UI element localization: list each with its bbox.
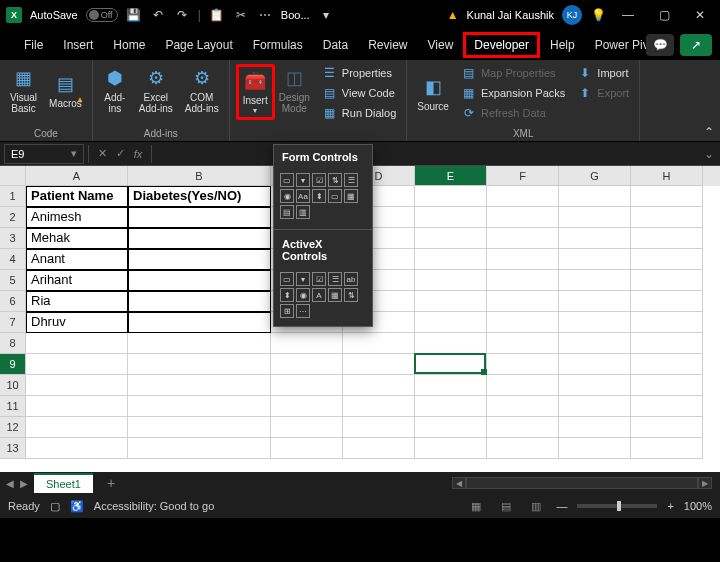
cell-H1[interactable] [631,186,703,207]
cell-G9[interactable] [559,354,631,375]
cell-G6[interactable] [559,291,631,312]
cell-A13[interactable] [26,438,128,459]
tab-formulas[interactable]: Formulas [243,32,313,58]
cell-F13[interactable] [487,438,559,459]
excel-addins-button[interactable]: ⚙ Excel Add-ins [135,64,177,116]
tab-file[interactable]: File [14,32,53,58]
row-header-2[interactable]: 2 [0,207,26,228]
cell-H3[interactable] [631,228,703,249]
row-header-12[interactable]: 12 [0,417,26,438]
cell-G8[interactable] [559,333,631,354]
page-break-view-button[interactable]: ▥ [526,498,546,514]
cell-B5[interactable] [128,270,271,291]
cell-F8[interactable] [487,333,559,354]
run-dialog-button[interactable]: ▦ Run Dialog [318,104,400,122]
activex-image-control[interactable]: ▦ [328,288,342,302]
close-button[interactable]: ✕ [686,5,714,25]
fx-button[interactable]: fx [129,145,147,163]
enter-formula-button[interactable]: ✓ [111,145,129,163]
select-all-corner[interactable] [0,166,26,186]
activex-spin-control[interactable]: ⇅ [344,288,358,302]
cell-H6[interactable] [631,291,703,312]
cell-H10[interactable] [631,375,703,396]
cell-F3[interactable] [487,228,559,249]
source-button[interactable]: ◧ Source [413,64,453,122]
cell-B10[interactable] [128,375,271,396]
row-header-10[interactable]: 10 [0,375,26,396]
row-header-13[interactable]: 13 [0,438,26,459]
cell-F4[interactable] [487,249,559,270]
cell-E11[interactable] [415,396,487,417]
activex-label-control[interactable]: A [312,288,326,302]
row-header-8[interactable]: 8 [0,333,26,354]
cell-B1[interactable]: Diabetes(Yes/NO) [128,186,271,207]
activex-combo-control[interactable]: ▾ [296,272,310,286]
collapse-ribbon-button[interactable]: ⌃ [704,125,714,139]
cell-C11[interactable] [271,396,343,417]
cell-A11[interactable] [26,396,128,417]
page-layout-view-button[interactable]: ▤ [496,498,516,514]
zoom-level[interactable]: 100% [684,500,712,512]
cell-A7[interactable]: Dhruv [26,312,128,333]
cell-A3[interactable]: Mehak [26,228,128,249]
cell-E5[interactable] [415,270,487,291]
tab-data[interactable]: Data [313,32,358,58]
activex-scrollbar-control[interactable]: ⬍ [280,288,294,302]
activex-toggle-control[interactable]: ⊞ [280,304,294,318]
accessibility-status[interactable]: Accessibility: Good to go [94,500,214,512]
sheet-tab-active[interactable]: Sheet1 [34,473,93,493]
cell-E1[interactable] [415,186,487,207]
zoom-in-button[interactable]: + [667,500,673,512]
cell-B9[interactable] [128,354,271,375]
cell-F7[interactable] [487,312,559,333]
export-button[interactable]: ⬆ Export [573,84,633,102]
cell-B3[interactable] [128,228,271,249]
cell-C9[interactable] [271,354,343,375]
zoom-out-button[interactable]: — [556,500,567,512]
name-box-dropdown-icon[interactable]: ▾ [71,147,77,160]
activex-more-control[interactable]: ⋯ [296,304,310,318]
cell-B2[interactable] [128,207,271,228]
properties-button[interactable]: ☰ Properties [318,64,400,82]
cell-H9[interactable] [631,354,703,375]
cell-A6[interactable]: Ria [26,291,128,312]
row-header-7[interactable]: 7 [0,312,26,333]
cell-H5[interactable] [631,270,703,291]
map-properties-button[interactable]: ▤ Map Properties [457,64,569,82]
cell-G10[interactable] [559,375,631,396]
cell-H13[interactable] [631,438,703,459]
cell-A8[interactable] [26,333,128,354]
expansion-packs-button[interactable]: ▦ Expansion Packs [457,84,569,102]
tab-developer[interactable]: Developer [463,32,540,58]
cell-G3[interactable] [559,228,631,249]
cell-E3[interactable] [415,228,487,249]
sheet-nav-next[interactable]: ▶ [20,478,28,489]
cell-G13[interactable] [559,438,631,459]
cell-G1[interactable] [559,186,631,207]
com-addins-button[interactable]: ⚙ COM Add-ins [181,64,223,116]
cell-B6[interactable] [128,291,271,312]
more-icon[interactable]: ⋯ [257,7,273,23]
cell-F9[interactable] [487,354,559,375]
form-spinner-control[interactable]: ⇅ [328,173,342,187]
sheet-nav-prev[interactable]: ◀ [6,478,14,489]
cell-G5[interactable] [559,270,631,291]
accessibility-icon[interactable]: ♿ [70,500,84,513]
column-header-A[interactable]: A [26,166,128,186]
form-button-control[interactable]: ▭ [280,173,294,187]
cell-B13[interactable] [128,438,271,459]
warning-icon[interactable]: ▲ [447,8,459,22]
cancel-formula-button[interactable]: ✕ [93,145,111,163]
undo-icon[interactable]: ↶ [150,7,166,23]
cell-A2[interactable]: Animesh [26,207,128,228]
tab-review[interactable]: Review [358,32,417,58]
cell-F10[interactable] [487,375,559,396]
cell-F2[interactable] [487,207,559,228]
form-groupbox-control[interactable]: ▭ [328,189,342,203]
share-button[interactable]: ↗ [680,34,712,56]
visual-basic-button[interactable]: ▦ Visual Basic [6,64,41,116]
cell-G12[interactable] [559,417,631,438]
zoom-slider[interactable] [577,504,657,508]
activex-checkbox-control[interactable]: ☑ [312,272,326,286]
cell-B8[interactable] [128,333,271,354]
